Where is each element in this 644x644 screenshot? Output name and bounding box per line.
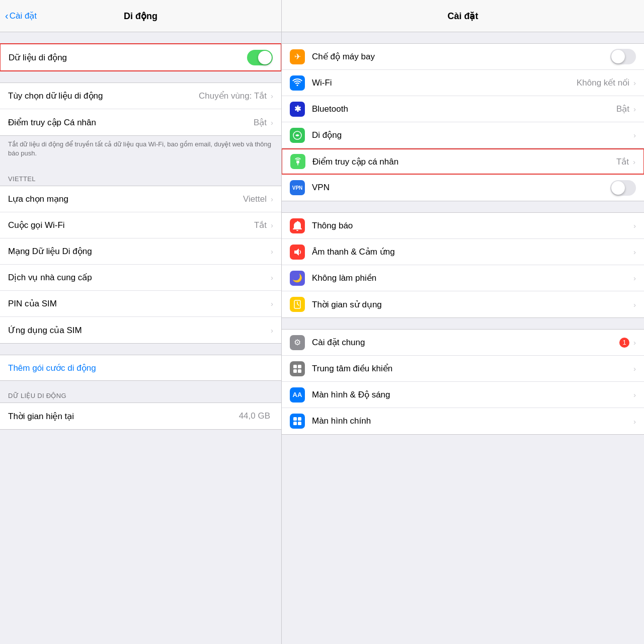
svg-rect-11 [298,417,301,421]
chevron-icon: › [271,92,273,100]
chevron-icon: › [271,195,273,203]
chevron-icon: › [633,157,635,166]
mobile-network-label: Mạng Dữ liệu Di động [8,246,270,257]
homescreen-row[interactable]: Màn hình chính › [282,408,644,434]
notifications-list: Thông báo › Âm thanh & Cảm ứng › 🌙 [282,212,644,318]
chevron-icon: › [271,221,273,229]
connectivity-list: ✈ Chế độ máy bay [282,43,644,201]
control-center-row[interactable]: Trung tâm điều khiển › [282,356,644,382]
mobile-label: Di động [312,130,632,140]
carrier-row[interactable]: Dịch vụ nhà cung cấp › [0,265,281,291]
bluetooth-row[interactable]: ✱ Bluetooth Bật › [282,96,644,122]
chevron-icon: › [633,338,636,347]
mobile-network-row[interactable]: Mạng Dữ liệu Di động › [0,238,281,265]
right-page-title: Cài đặt [447,11,478,22]
sounds-row[interactable]: Âm thanh & Cảm ứng › [282,239,644,265]
svg-rect-13 [298,422,301,425]
dnd-row[interactable]: 🌙 Không làm phiền › [282,265,644,291]
chevron-icon: › [633,78,636,87]
chevron-icon: › [633,390,636,399]
back-button[interactable]: ‹ Cài đặt [5,10,37,22]
data-stats-section: DỮ LIỆU DI ĐỘNG Thời gian hiện tại 44,0 … [0,392,281,430]
left-nav-bar: ‹ Cài đặt Di động [0,0,281,32]
chevron-icon: › [633,417,636,426]
hotspot-right-row[interactable]: Điểm truy cập cá nhân Tắt › [282,148,644,175]
chevron-icon: › [271,247,273,256]
chevron-left-icon: ‹ [5,10,9,22]
screentime-row[interactable]: Thời gian sử dụng › [282,291,644,317]
sim-pin-label: PIN của SIM [8,298,270,309]
svg-rect-7 [298,365,301,368]
toggle-knob [258,51,272,64]
wifi-icon [290,75,305,91]
display-label: Màn hình & Độ sáng [312,389,632,400]
left-panel: ‹ Cài đặt Di động Dữ liệu di động Tùy ch… [0,0,282,644]
notifications-icon [290,218,305,233]
homescreen-label: Màn hình chính [312,416,632,426]
chevron-icon: › [633,105,636,113]
hotspot-right-label: Điểm truy cập cá nhân [312,156,616,167]
mobile-icon [290,128,305,143]
wifi-row[interactable]: Wi-Fi Không kết nối › [282,70,644,96]
data-stats-list: Thời gian hiện tại 44,0 GB [0,403,281,430]
airplane-label: Chế độ máy bay [312,51,610,62]
data-options-row[interactable]: Tùy chọn dữ liệu di động Chuyển vùng: Tắ… [0,83,281,109]
general-badge: 1 [619,338,629,348]
vpn-icon: VPN [290,180,305,195]
wifi-call-label: Cuộc gọi Wi-Fi [8,220,254,230]
add-plan-label: Thêm gói cước di động [8,363,96,373]
network-label: Lựa chọn mạng [8,194,243,204]
notifications-label: Thông báo [312,221,632,231]
connectivity-section: ✈ Chế độ máy bay [282,43,644,201]
add-plan-row[interactable]: Thêm gói cước di động [0,355,281,381]
airplane-toggle[interactable] [610,49,636,64]
vpn-toggle[interactable] [610,180,636,196]
chevron-icon: › [633,274,636,282]
chevron-icon: › [271,299,273,308]
general-row[interactable]: ⚙ Cài đặt chung 1 › [282,330,644,356]
mobile-data-section: Dữ liệu di động [0,43,281,71]
mobile-data-toggle-row[interactable]: Dữ liệu di động [1,44,281,70]
svg-rect-6 [293,365,297,368]
bluetooth-icon: ✱ [290,102,305,117]
airplane-mode-row[interactable]: ✈ Chế độ máy bay [282,44,644,70]
hotspot-row[interactable]: Điểm truy cập Cá nhân Bật › [0,109,281,135]
svg-rect-10 [293,417,297,421]
viettel-section: VIETTEL Lựa chọn mạng Viettel › Cuộc gọi… [0,175,281,344]
vpn-row[interactable]: VPN VPN [282,175,644,201]
current-time-value: 44,0 GB [239,411,270,421]
wifi-call-value: Tắt [254,220,267,230]
screentime-label: Thời gian sử dụng [312,299,632,310]
options-value: Chuyển vùng: Tắt [199,91,267,101]
notifications-row[interactable]: Thông báo › [282,213,644,239]
homescreen-icon [290,414,305,429]
chevron-icon: › [633,364,636,373]
notifications-section: Thông báo › Âm thanh & Cảm ứng › 🌙 [282,212,644,318]
general-list: ⚙ Cài đặt chung 1 › Trung tâm điều khiển [282,329,644,435]
wifi-label: Wi-Fi [312,78,577,88]
general-icon: ⚙ [290,335,305,350]
current-time-label: Thời gian hiện tại [8,411,239,422]
wifi-value: Không kết nối [577,77,629,88]
options-section: Tùy chọn dữ liệu di động Chuyển vùng: Tắ… [0,83,281,164]
chevron-icon: › [271,118,273,127]
display-row[interactable]: AA Màn hình & Độ sáng › [282,382,644,408]
mobile-row[interactable]: Di động › [282,122,644,148]
general-label: Cài đặt chung [312,337,619,348]
data-description: Tắt dữ liệu di động để truyền tất cả dữ … [0,136,281,164]
network-select-row[interactable]: Lựa chọn mạng Viettel › [0,186,281,212]
display-icon: AA [290,387,305,403]
sounds-icon [290,245,305,260]
current-time-row[interactable]: Thời gian hiện tại 44,0 GB [0,403,281,429]
options-label: Tùy chọn dữ liệu di động [8,91,199,101]
mobile-data-toggle[interactable] [247,50,273,65]
options-list: Tùy chọn dữ liệu di động Chuyển vùng: Tắ… [0,83,281,136]
hotspot-label: Điểm truy cập Cá nhân [8,117,254,128]
sim-pin-row[interactable]: PIN của SIM › [0,291,281,317]
wifi-call-row[interactable]: Cuộc gọi Wi-Fi Tắt › [0,212,281,238]
vpn-label: VPN [312,183,610,193]
hotspot-value: Bật [254,117,267,128]
mobile-data-label: Dữ liệu di động [9,52,247,63]
svg-rect-9 [298,369,301,373]
sim-app-row[interactable]: Ứng dụng của SIM › [0,317,281,343]
